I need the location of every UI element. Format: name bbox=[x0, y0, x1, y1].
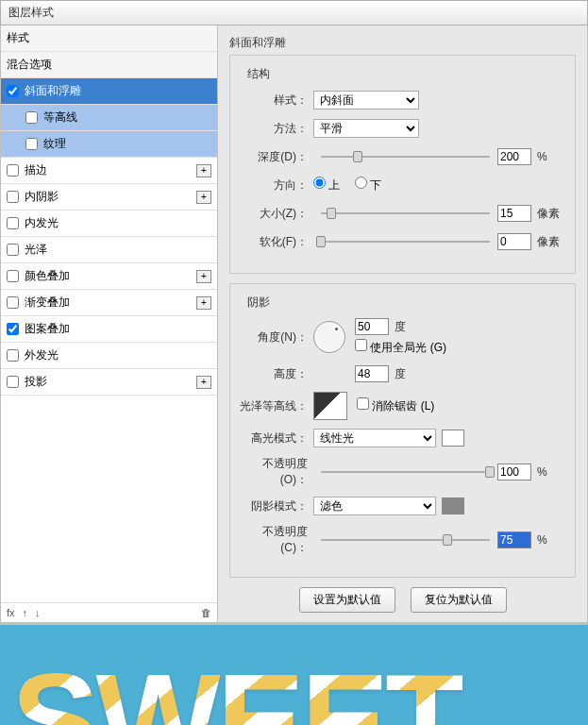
sidebar-header-blend[interactable]: 混合选项 bbox=[1, 52, 217, 78]
checkbox-bevel[interactable] bbox=[7, 85, 19, 97]
soften-input[interactable] bbox=[497, 233, 531, 250]
checkbox-color-overlay[interactable] bbox=[7, 270, 19, 282]
sidebar-item-inner-glow[interactable]: 内发光 bbox=[1, 211, 217, 237]
sidebar-item-label: 内发光 bbox=[25, 215, 59, 231]
sidebar-item-label: 投影 bbox=[25, 374, 47, 390]
checkbox-stroke[interactable] bbox=[7, 164, 19, 177]
sidebar-item-drop-shadow[interactable]: 投影 + bbox=[1, 369, 217, 396]
sidebar-item-label: 光泽 bbox=[25, 242, 47, 258]
structure-group: 结构 样式： 内斜面 方法： 平滑 深度(D)： % 方向： 上 下 bbox=[229, 55, 576, 274]
shadow-mode-label: 阴影模式： bbox=[240, 498, 313, 514]
checkbox-texture[interactable] bbox=[25, 138, 38, 150]
styles-sidebar: 样式 混合选项 斜面和浮雕 等高线 纹理 描边 + bbox=[1, 25, 218, 622]
sidebar-item-stroke[interactable]: 描边 + bbox=[1, 158, 217, 184]
checkbox-inner-glow[interactable] bbox=[7, 217, 19, 229]
global-light-checkbox[interactable]: 使用全局光 (G) bbox=[355, 341, 446, 354]
checkbox-outer-glow[interactable] bbox=[7, 349, 19, 362]
sidebar-item-gradient-overlay[interactable]: 渐变叠加 + bbox=[1, 290, 217, 316]
altitude-input[interactable] bbox=[355, 365, 389, 382]
main-content: 样式 混合选项 斜面和浮雕 等高线 纹理 描边 + bbox=[0, 25, 588, 623]
soften-slider[interactable] bbox=[321, 235, 490, 248]
highlight-mode-select[interactable]: 线性光 bbox=[313, 429, 436, 447]
unit-pct: % bbox=[537, 533, 565, 547]
fx-icon[interactable]: fx bbox=[7, 607, 15, 618]
style-label: 样式： bbox=[240, 93, 313, 109]
size-slider[interactable] bbox=[321, 207, 490, 220]
unit-px: 像素 bbox=[537, 234, 565, 250]
soften-label: 软化(F)： bbox=[240, 234, 313, 250]
panel-heading: 斜面和浮雕 bbox=[229, 35, 576, 51]
gloss-contour-picker[interactable] bbox=[313, 392, 347, 420]
unit-pct: % bbox=[537, 465, 565, 479]
make-default-button[interactable]: 设置为默认值 bbox=[299, 587, 395, 613]
direction-up[interactable]: 上 bbox=[313, 178, 340, 192]
shading-title: 阴影 bbox=[244, 295, 274, 311]
antialias-checkbox[interactable]: 消除锯齿 (L) bbox=[357, 397, 434, 414]
direction-radio-group: 上 下 bbox=[313, 177, 393, 194]
depth-label: 深度(D)： bbox=[240, 149, 313, 165]
style-list: 样式 混合选项 斜面和浮雕 等高线 纹理 描边 + bbox=[1, 25, 217, 602]
sidebar-item-contour[interactable]: 等高线 bbox=[1, 105, 217, 131]
sidebar-item-pattern-overlay[interactable]: 图案叠加 bbox=[1, 316, 217, 343]
add-stroke-button[interactable]: + bbox=[196, 164, 211, 177]
checkbox-gradient-overlay[interactable] bbox=[7, 296, 19, 309]
up-arrow-icon[interactable]: ↑ bbox=[23, 607, 28, 618]
unit-deg: 度 bbox=[395, 366, 423, 382]
sidebar-item-bevel[interactable]: 斜面和浮雕 bbox=[1, 78, 217, 105]
shadow-mode-select[interactable]: 滤色 bbox=[313, 497, 436, 515]
sidebar-item-satin[interactable]: 光泽 bbox=[1, 237, 217, 263]
angle-input[interactable] bbox=[355, 318, 389, 335]
size-input[interactable] bbox=[497, 205, 531, 222]
shading-group: 阴影 角度(N)： 度 使用全局光 (G) 高度： bbox=[229, 283, 576, 578]
shadow-opacity-slider[interactable] bbox=[321, 533, 490, 547]
preview-text: SWEET bbox=[11, 644, 462, 725]
altitude-label: 高度： bbox=[240, 366, 313, 382]
highlight-opacity-input[interactable] bbox=[497, 464, 531, 481]
dialog-title: 图层样式 bbox=[8, 6, 54, 19]
sidebar-header-label: 混合选项 bbox=[7, 57, 52, 73]
sidebar-item-outer-glow[interactable]: 外发光 bbox=[1, 343, 217, 369]
add-drop-shadow-button[interactable]: + bbox=[196, 376, 211, 389]
sidebar-item-label: 纹理 bbox=[43, 136, 66, 152]
highlight-opacity-label: 不透明度(O)： bbox=[240, 456, 313, 488]
add-color-overlay-button[interactable]: + bbox=[196, 270, 211, 283]
shadow-color-swatch[interactable] bbox=[442, 497, 464, 514]
settings-panel: 斜面和浮雕 结构 样式： 内斜面 方法： 平滑 深度(D)： % 方向： 上 bbox=[218, 25, 587, 622]
reset-default-button[interactable]: 复位为默认值 bbox=[411, 587, 507, 613]
sidebar-header-styles[interactable]: 样式 bbox=[1, 25, 217, 52]
angle-label: 角度(N)： bbox=[240, 329, 313, 346]
checkbox-satin[interactable] bbox=[7, 244, 19, 256]
depth-slider[interactable] bbox=[321, 150, 490, 163]
canvas-preview: SWEET bbox=[0, 623, 588, 725]
method-select[interactable]: 平滑 bbox=[313, 119, 419, 138]
shadow-opacity-label: 不透明度(C)： bbox=[240, 524, 313, 556]
sidebar-item-label: 斜面和浮雕 bbox=[25, 83, 81, 99]
style-select[interactable]: 内斜面 bbox=[313, 91, 419, 110]
dialog-titlebar: 图层样式 bbox=[0, 0, 588, 25]
highlight-opacity-slider[interactable] bbox=[321, 465, 490, 479]
shadow-opacity-input[interactable] bbox=[497, 531, 531, 548]
sidebar-item-label: 渐变叠加 bbox=[25, 295, 70, 311]
unit-pct: % bbox=[537, 150, 565, 163]
gloss-contour-label: 光泽等高线： bbox=[240, 398, 313, 414]
button-row: 设置为默认值 复位为默认值 bbox=[229, 587, 576, 613]
checkbox-pattern-overlay[interactable] bbox=[7, 323, 19, 335]
sidebar-item-texture[interactable]: 纹理 bbox=[1, 131, 217, 158]
down-arrow-icon[interactable]: ↓ bbox=[35, 607, 41, 618]
sidebar-item-color-overlay[interactable]: 颜色叠加 + bbox=[1, 263, 217, 290]
checkbox-contour[interactable] bbox=[25, 111, 38, 124]
direction-down[interactable]: 下 bbox=[355, 178, 381, 192]
depth-input[interactable] bbox=[497, 148, 531, 165]
unit-px: 像素 bbox=[537, 206, 565, 222]
sidebar-item-label: 外发光 bbox=[25, 347, 59, 363]
add-inner-shadow-button[interactable]: + bbox=[196, 191, 211, 204]
sidebar-item-label: 图案叠加 bbox=[25, 321, 70, 337]
trash-icon[interactable]: 🗑 bbox=[201, 607, 211, 618]
checkbox-drop-shadow[interactable] bbox=[7, 376, 19, 388]
sidebar-footer: fx ↑ ↓ 🗑 bbox=[1, 602, 217, 622]
highlight-color-swatch[interactable] bbox=[442, 430, 464, 447]
sidebar-item-inner-shadow[interactable]: 内阴影 + bbox=[1, 184, 217, 211]
angle-dial[interactable] bbox=[313, 321, 345, 353]
checkbox-inner-shadow[interactable] bbox=[7, 191, 19, 203]
add-gradient-overlay-button[interactable]: + bbox=[196, 296, 211, 310]
